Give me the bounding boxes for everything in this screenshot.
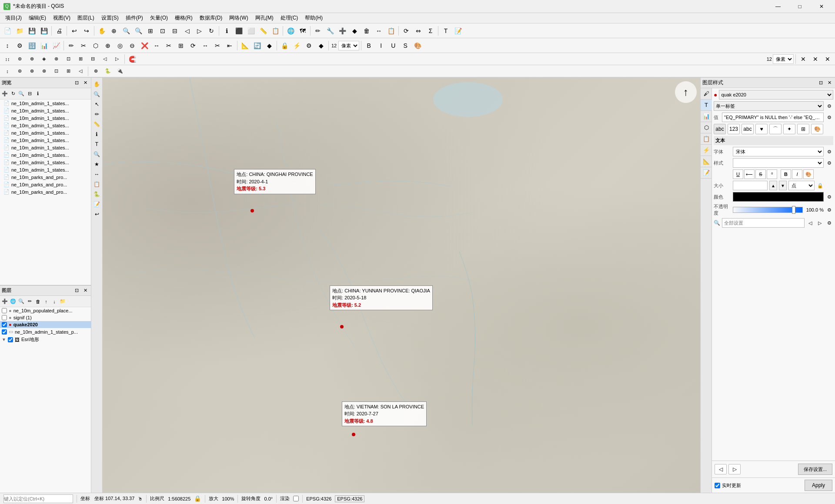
loc7-button[interactable]: ⊟ (87, 53, 98, 65)
vtab-symbology[interactable]: 🖋 (701, 88, 712, 99)
add-ring-button[interactable]: ⊕ (102, 40, 114, 51)
menu-processing[interactable]: 处理(C) (277, 13, 302, 23)
value-expr-button[interactable]: ⚙ (825, 113, 833, 121)
save-as-button[interactable]: 💾 (38, 25, 50, 36)
digitize2-button[interactable]: 📐 (239, 40, 250, 51)
pan-map-button[interactable]: ⊕ (108, 25, 120, 36)
delete-sel-button[interactable]: 🗑 (361, 25, 372, 36)
digitize-button[interactable]: ✏ (312, 25, 324, 36)
side-attr-tool[interactable]: 📋 (92, 179, 102, 189)
del-ring-button[interactable]: ⊖ (127, 40, 138, 51)
x-button2[interactable]: ✕ (810, 53, 821, 65)
align-left-button[interactable]: ⟵ (744, 169, 755, 179)
style-type-settings[interactable]: ⚙ (825, 102, 833, 110)
merge-button[interactable]: ⊞ (175, 40, 187, 51)
save-project-button[interactable]: 💾 (26, 25, 37, 36)
browser-properties-button[interactable]: ℹ (34, 90, 42, 98)
search-settings-button[interactable]: ⚙ (825, 219, 833, 227)
fill-ring-button[interactable]: ◎ (114, 40, 126, 51)
opacity-settings-button[interactable]: ⚙ (825, 206, 833, 214)
browser-item[interactable]: 📄 ne_10m_admin_1_states... (0, 151, 91, 159)
realtime-checkbox[interactable] (715, 483, 720, 488)
side-zoom-in-tool[interactable]: 🔍 (92, 90, 102, 99)
redo-button[interactable]: ↪ (81, 25, 92, 36)
undo-button[interactable]: ↩ (69, 25, 80, 36)
menu-project[interactable]: 项目(J) (2, 13, 25, 23)
map-canvas[interactable]: 地点: CHINA: QINGHAI PROVINCE 时间: 2020-4-1… (103, 78, 700, 493)
font-style-selector[interactable] (733, 158, 824, 168)
loc4-button[interactable]: ⊗ (50, 53, 62, 65)
side-measure-tool[interactable]: 📏 (92, 119, 102, 129)
select2-button[interactable]: ↕ (2, 40, 13, 51)
del-part-button[interactable]: ❌ (139, 40, 150, 51)
filter-button[interactable]: ⚙ (14, 40, 25, 51)
vtab-labels[interactable]: T (701, 99, 712, 111)
font-size-input[interactable]: 10.0000 (733, 181, 768, 190)
snap5-button[interactable]: ◆ (315, 40, 327, 51)
browser-item[interactable]: 📄 ne_10m_parks_and_pro... (0, 181, 91, 188)
node-tool-button[interactable]: ◆ (349, 25, 360, 36)
layers-float-button[interactable]: ⊡ (73, 287, 80, 295)
settings-search-input[interactable] (722, 218, 805, 228)
vtab-diagrams[interactable]: 📊 (701, 111, 712, 122)
layer-selector[interactable]: quak e2020 (719, 90, 833, 99)
zoom-next-button[interactable]: ▷ (194, 25, 205, 36)
format-abc2-button[interactable]: abc (741, 124, 754, 134)
format-arc-button[interactable]: ⌒ (769, 124, 782, 134)
layer-visibility-checkbox[interactable] (2, 329, 7, 335)
xyz-button[interactable]: 🗺 (297, 25, 308, 36)
side-edit-tool[interactable]: ✏ (92, 109, 102, 119)
color2-button[interactable]: 🎨 (412, 40, 423, 51)
zoom-layer-button[interactable]: ⊡ (157, 25, 168, 36)
add-wms-button[interactable]: 🌐 (9, 298, 17, 305)
loc2-button[interactable]: ⊕ (26, 53, 37, 65)
nav6-button[interactable]: ⊞ (63, 66, 74, 77)
side-identify-tool[interactable]: ℹ (92, 129, 102, 139)
browser-item[interactable]: 📄 ne_10m_admin_1_states... (0, 129, 91, 136)
format-star-button[interactable]: ✦ (783, 124, 795, 134)
menu-vector[interactable]: 矢量(O) (147, 13, 171, 23)
loc6-button[interactable]: ⊞ (75, 53, 86, 65)
copy-feature-button[interactable]: 📋 (385, 25, 397, 36)
location-search-input[interactable] (3, 494, 73, 503)
zoom-full-button[interactable]: ⊞ (145, 25, 156, 36)
value-expression-field[interactable]: "EQ_PRIMARY" is NULL then '-' else "EQ_P… (722, 113, 824, 122)
nav7-button[interactable]: ◁ (75, 66, 86, 77)
menu-raster[interactable]: 栅格(R) (171, 13, 196, 23)
snap2-button[interactable]: 🔒 (279, 40, 290, 51)
group-button[interactable]: 📁 (59, 298, 67, 305)
nav2-button[interactable]: ⊛ (14, 66, 25, 77)
side-log-tool[interactable]: 📝 (92, 199, 102, 209)
layer-style-float-button[interactable]: ⊡ (817, 79, 825, 87)
browser-item[interactable]: 📄 ne_10m_admin_1_states... (0, 159, 91, 166)
loc8-button[interactable]: ◁ (99, 53, 110, 65)
browser-item[interactable]: 📄 ne_10m_parks_and_pro... (0, 173, 91, 181)
browser-float-button[interactable]: ⊡ (73, 79, 80, 87)
render-checkbox[interactable] (293, 496, 299, 501)
extend-button[interactable]: ⇤ (224, 40, 235, 51)
vtab-rendering[interactable]: ⚡ (701, 145, 712, 156)
stat-button[interactable]: 📈 (50, 40, 62, 51)
font-selector[interactable]: 宋体 (733, 147, 824, 156)
nav1-button[interactable]: ↕ (2, 66, 13, 77)
gps-button[interactable]: ↕↕ (2, 53, 13, 65)
offset-button[interactable]: ↔ (151, 40, 162, 51)
side-select-tool[interactable]: ↖ (92, 99, 102, 109)
color-swatch[interactable] (733, 192, 824, 202)
nav3-button[interactable]: ⊕ (26, 66, 37, 77)
layer-item[interactable]: ● signif (1) (0, 314, 91, 321)
python-button[interactable]: 🐍 (102, 66, 114, 77)
crs-button[interactable]: EPSG:4326 (335, 495, 364, 502)
menu-view[interactable]: 视图(V) (50, 13, 74, 23)
color-settings-button[interactable]: ⚙ (825, 193, 833, 201)
format-number-button[interactable]: 123 (728, 124, 740, 134)
feature-form-button[interactable]: 📋 (270, 25, 281, 36)
pan-button[interactable]: ✋ (96, 25, 107, 36)
text-format-button[interactable]: abc (714, 124, 726, 134)
browser-item[interactable]: 📄 ne_10m_admin_1_states... (0, 122, 91, 129)
loc3-button[interactable]: ◈ (38, 53, 50, 65)
vtab-3d[interactable]: ⬡ (701, 122, 712, 133)
snap3-button[interactable]: ⚡ (291, 40, 302, 51)
nav4-button[interactable]: ⊗ (38, 66, 50, 77)
snap4-button[interactable]: ⚙ (303, 40, 314, 51)
